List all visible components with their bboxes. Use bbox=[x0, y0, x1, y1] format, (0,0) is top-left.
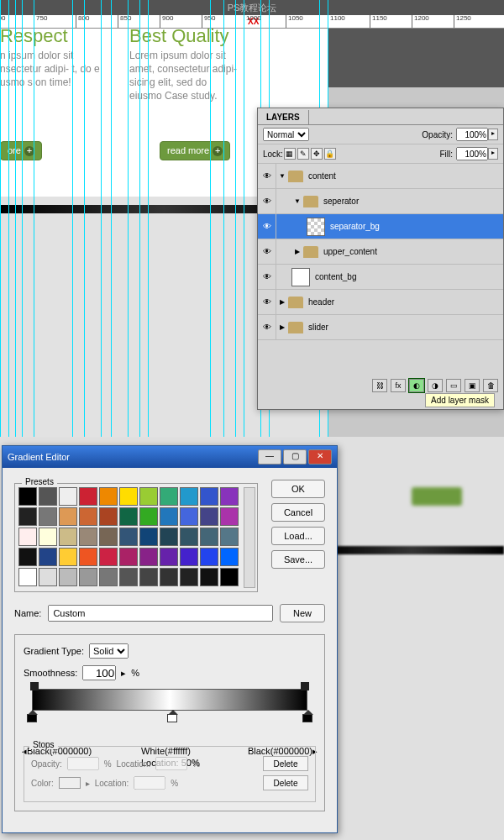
preset-swatch[interactable] bbox=[18, 528, 37, 546]
visibility-toggle-icon[interactable]: 👁 bbox=[258, 290, 276, 314]
preset-swatch[interactable] bbox=[99, 528, 118, 546]
preset-swatch[interactable] bbox=[39, 507, 57, 526]
layers-tab[interactable]: LAYERS bbox=[258, 110, 309, 124]
preset-swatch[interactable] bbox=[99, 548, 118, 566]
maximize-button[interactable]: ▢ bbox=[283, 449, 307, 465]
preset-swatch[interactable] bbox=[119, 487, 138, 506]
preset-swatch[interactable] bbox=[79, 487, 97, 506]
new-layer-icon[interactable]: ▣ bbox=[465, 379, 480, 392]
preset-swatch[interactable] bbox=[139, 568, 158, 586]
fill-arrow[interactable]: ▸ bbox=[488, 148, 498, 160]
preset-swatch[interactable] bbox=[180, 487, 198, 506]
layer-fx-icon[interactable]: fx bbox=[391, 379, 406, 392]
layers-panel[interactable]: LAYERS Normal Opacity: ▸ Lock: ▦ ✎ ✥ 🔒 F… bbox=[257, 108, 504, 410]
lock-position-icon[interactable]: ✥ bbox=[311, 148, 323, 160]
preset-swatch[interactable] bbox=[119, 528, 138, 546]
delete-opacity-stop-button[interactable]: Delete bbox=[263, 756, 308, 771]
preset-swatch[interactable] bbox=[180, 568, 198, 586]
layer-thumbnail[interactable] bbox=[291, 268, 310, 286]
add-mask-icon[interactable]: ◐ bbox=[409, 379, 424, 392]
layer-name[interactable]: slider bbox=[308, 323, 328, 332]
opacity-stop-left[interactable] bbox=[30, 682, 39, 690]
preset-swatch[interactable] bbox=[220, 528, 239, 546]
stop-color-swatch[interactable] bbox=[59, 777, 81, 789]
preset-swatch[interactable] bbox=[180, 507, 198, 526]
visibility-toggle-icon[interactable]: 👁 bbox=[258, 189, 276, 213]
lock-pixels-icon[interactable]: ✎ bbox=[297, 148, 309, 160]
lock-all-icon[interactable]: 🔒 bbox=[324, 148, 336, 160]
visibility-toggle-icon[interactable]: 👁 bbox=[258, 214, 276, 239]
preset-swatch[interactable] bbox=[39, 548, 57, 566]
layer-name[interactable]: header bbox=[308, 297, 334, 307]
save-button[interactable]: Save... bbox=[271, 550, 325, 569]
preset-swatch[interactable] bbox=[59, 507, 77, 526]
readmore-left-button[interactable]: ore+ bbox=[0, 141, 42, 160]
preset-swatch[interactable] bbox=[119, 507, 138, 526]
preset-swatch[interactable] bbox=[220, 507, 239, 526]
layer-row[interactable]: 👁▼content bbox=[258, 164, 503, 189]
preset-swatch[interactable] bbox=[59, 528, 77, 546]
layer-name[interactable]: content_bg bbox=[315, 272, 357, 281]
dialog-titlebar[interactable]: Gradient Editor — ▢ ✕ bbox=[3, 446, 337, 468]
minimize-button[interactable]: — bbox=[258, 449, 281, 465]
preset-swatch[interactable] bbox=[200, 568, 218, 586]
preset-swatch[interactable] bbox=[119, 568, 138, 586]
preset-swatch[interactable] bbox=[200, 528, 218, 546]
gradient-name-input[interactable] bbox=[48, 605, 273, 622]
visibility-toggle-icon[interactable]: 👁 bbox=[258, 265, 276, 289]
blend-mode-select[interactable]: Normal bbox=[263, 128, 309, 141]
delete-color-stop-button[interactable]: Delete bbox=[263, 775, 308, 790]
preset-swatch[interactable] bbox=[139, 507, 158, 526]
disclosure-triangle-icon[interactable]: ▼ bbox=[276, 172, 288, 180]
layer-row[interactable]: 👁▶slider bbox=[258, 315, 503, 340]
presets-scrollbar[interactable] bbox=[244, 487, 255, 588]
delete-layer-icon[interactable]: 🗑 bbox=[483, 379, 498, 392]
layer-row[interactable]: 👁▶upper_content bbox=[258, 239, 503, 265]
preset-swatch[interactable] bbox=[160, 507, 178, 526]
close-button[interactable]: ✕ bbox=[308, 449, 332, 465]
opacity-arrow[interactable]: ▸ bbox=[488, 129, 498, 140]
new-group-icon[interactable]: ▭ bbox=[446, 379, 461, 392]
layer-row[interactable]: 👁▶header bbox=[258, 290, 503, 315]
stop-opacity-input[interactable] bbox=[67, 757, 99, 770]
new-button[interactable]: New bbox=[280, 604, 325, 622]
stop-location-input[interactable] bbox=[155, 757, 187, 770]
opacity-stop-right[interactable] bbox=[301, 682, 309, 690]
preset-swatch[interactable] bbox=[180, 548, 198, 566]
layer-thumbnail[interactable] bbox=[307, 218, 325, 236]
disclosure-triangle-icon[interactable]: ▼ bbox=[291, 197, 303, 205]
preset-swatch[interactable] bbox=[99, 507, 118, 526]
stop-color-location-input[interactable] bbox=[134, 776, 165, 790]
preset-swatch[interactable] bbox=[180, 528, 198, 546]
preset-swatch[interactable] bbox=[220, 548, 239, 566]
preset-swatch[interactable] bbox=[79, 548, 97, 566]
preset-swatch[interactable] bbox=[59, 487, 77, 506]
preset-swatch[interactable] bbox=[99, 568, 118, 586]
fill-input[interactable] bbox=[456, 147, 488, 160]
ok-button[interactable]: OK bbox=[271, 480, 325, 498]
disclosure-triangle-icon[interactable]: ▶ bbox=[276, 298, 288, 306]
layer-row[interactable]: 👁content_bg bbox=[258, 265, 503, 290]
preset-swatch[interactable] bbox=[160, 548, 178, 566]
preset-swatch[interactable] bbox=[59, 568, 77, 586]
adjustment-layer-icon[interactable]: ◑ bbox=[428, 379, 443, 392]
visibility-toggle-icon[interactable]: 👁 bbox=[258, 239, 276, 264]
gradient-preview-bar[interactable] bbox=[32, 689, 307, 711]
layer-list[interactable]: 👁▼content👁▼seperator👁separator_bg👁▶upper… bbox=[258, 164, 503, 372]
preset-swatch[interactable] bbox=[59, 548, 77, 566]
preset-swatch[interactable] bbox=[18, 548, 37, 566]
preset-swatch[interactable] bbox=[160, 528, 178, 546]
preset-swatch[interactable] bbox=[39, 528, 57, 546]
color-stop-right[interactable] bbox=[302, 714, 312, 726]
cancel-button[interactable]: Cancel bbox=[271, 503, 325, 522]
preset-swatch[interactable] bbox=[139, 548, 158, 566]
preset-swatch[interactable] bbox=[99, 487, 118, 506]
layer-name[interactable]: separator_bg bbox=[330, 222, 380, 231]
gradient-editor-dialog[interactable]: Gradient Editor — ▢ ✕ OK Cancel Load... … bbox=[2, 445, 338, 833]
preset-swatch[interactable] bbox=[160, 568, 178, 586]
preset-swatch[interactable] bbox=[79, 568, 97, 586]
layer-row[interactable]: 👁▼seperator bbox=[258, 189, 503, 214]
preset-swatch[interactable] bbox=[79, 528, 97, 546]
presets-grid[interactable] bbox=[18, 487, 239, 586]
layer-name[interactable]: upper_content bbox=[323, 247, 377, 256]
